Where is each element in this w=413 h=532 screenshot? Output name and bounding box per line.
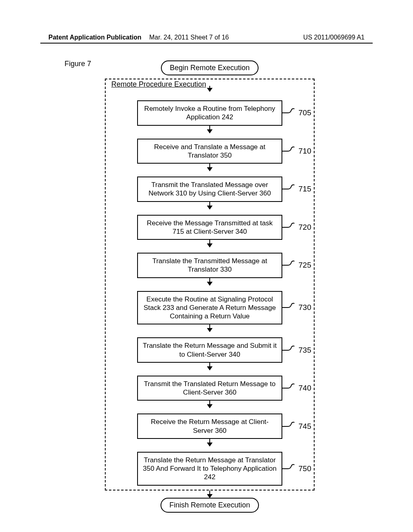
ref-callout: 725 — [282, 260, 311, 270]
header-left: Patent Application Publication — [48, 34, 142, 41]
ref-number: 750 — [298, 464, 311, 473]
step-box: Translate the Return Message and Submit … — [137, 337, 282, 363]
step-row: Transmit the Translated Return Message t… — [112, 376, 307, 401]
header-right: US 2011/0069699 A1 — [303, 34, 365, 41]
step-row: Translate the Return Message at Translat… — [112, 452, 307, 486]
arrow-icon — [209, 126, 210, 133]
ref-number: 720 — [298, 223, 311, 232]
flowchart: Begin Remote Execution Remote Procedure … — [105, 60, 315, 513]
step-box: Execute the Routine at Signaling Protoco… — [137, 291, 282, 325]
step-row: Receive the Message Transmitted at task … — [112, 215, 307, 240]
figure-label: Figure 7 — [65, 60, 91, 68]
arrow-icon — [209, 439, 210, 446]
arrow-icon — [209, 278, 210, 285]
terminator-begin: Begin Remote Execution — [161, 60, 259, 75]
step-row: Remotely Invoke a Routine from Telephony… — [112, 100, 307, 126]
terminator-end-row: Finish Remote Execution — [105, 498, 315, 513]
ref-number: 715 — [298, 185, 311, 193]
ref-callout: 730 — [282, 303, 311, 312]
step-box: Receive and Translate a Message at Trans… — [137, 139, 282, 164]
step-row: Translate the Transmitted Message at Tra… — [112, 253, 307, 278]
step-box: Remotely Invoke a Routine from Telephony… — [137, 100, 282, 126]
ref-callout: 705 — [282, 108, 311, 118]
arrow-icon — [209, 401, 210, 408]
arrow-icon — [209, 86, 210, 91]
step-box: Translate the Transmitted Message at Tra… — [137, 253, 282, 278]
step-box: Transmit the Translated Return Message t… — [137, 376, 282, 401]
arrow-icon — [209, 490, 210, 498]
remote-procedure-group: Remote Procedure Execution Remotely Invo… — [105, 79, 315, 490]
page-header: Patent Application Publication Mar. 24, … — [0, 34, 413, 41]
step-row: Translate the Return Message and Submit … — [112, 337, 307, 363]
ref-callout: 740 — [282, 383, 311, 393]
arrow-icon — [209, 240, 210, 247]
arrow-icon — [209, 324, 210, 332]
step-row: Transmit the Translated Message over Net… — [112, 177, 307, 202]
step-box: Translate the Return Message at Translat… — [137, 452, 282, 486]
header-mid: Mar. 24, 2011 Sheet 7 of 16 — [149, 34, 229, 41]
step-box: Receive the Message Transmitted at task … — [137, 215, 282, 240]
terminator-end: Finish Remote Execution — [161, 498, 259, 513]
arrow-icon — [209, 363, 210, 370]
ref-callout: 745 — [282, 422, 311, 431]
step-box: Receive the Return Message at Client-Ser… — [137, 414, 282, 439]
arrow-icon — [209, 202, 210, 209]
step-row: Receive the Return Message at Client-Ser… — [112, 414, 307, 439]
ref-number: 725 — [298, 261, 311, 270]
ref-number: 730 — [298, 303, 311, 312]
ref-callout: 750 — [282, 464, 311, 474]
group-title: Remote Procedure Execution — [110, 80, 208, 89]
ref-number: 735 — [298, 346, 311, 355]
step-box: Transmit the Translated Message over Net… — [137, 177, 282, 202]
step-row: Receive and Translate a Message at Trans… — [112, 139, 307, 164]
ref-number: 745 — [298, 422, 311, 431]
ref-callout: 715 — [282, 184, 311, 194]
ref-callout: 735 — [282, 345, 311, 355]
ref-number: 740 — [298, 384, 311, 393]
header-rule — [40, 43, 373, 44]
ref-number: 710 — [298, 147, 311, 156]
arrow-icon — [209, 164, 210, 171]
ref-callout: 710 — [282, 146, 311, 156]
ref-number: 705 — [298, 108, 311, 117]
ref-callout: 720 — [282, 222, 311, 232]
step-row: Execute the Routine at Signaling Protoco… — [112, 291, 307, 325]
terminator-begin-row: Begin Remote Execution — [105, 60, 315, 75]
